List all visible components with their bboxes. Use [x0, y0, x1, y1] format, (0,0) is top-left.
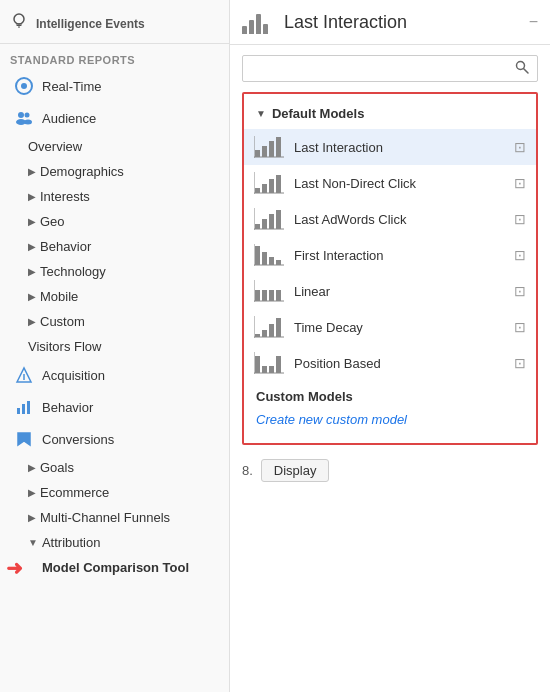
sidebar-item-audience[interactable]: Audience: [0, 102, 229, 134]
sidebar-item-audience-label: Audience: [42, 111, 96, 126]
model-item-last-non-direct[interactable]: Last Non-Direct Click ⊡: [244, 165, 536, 201]
svg-rect-8: [22, 404, 25, 414]
svg-rect-19: [255, 188, 260, 193]
svg-rect-25: [255, 224, 260, 229]
svg-rect-33: [269, 257, 274, 265]
sidebar-item-custom-sub-label: Custom: [40, 314, 85, 329]
last-adwords-name: Last AdWords Click: [294, 212, 504, 227]
svg-marker-10: [18, 433, 30, 445]
last-interaction-name: Last Interaction: [294, 140, 504, 155]
behavior-icon: [14, 397, 34, 417]
model-item-last-interaction[interactable]: Last Interaction ⊡: [244, 129, 536, 165]
sidebar-item-model-comparison[interactable]: Model Comparison Tool ➜: [0, 555, 229, 580]
svg-rect-46: [276, 318, 281, 337]
sidebar-item-technology[interactable]: ▶ Technology: [0, 259, 229, 284]
sidebar-item-geo[interactable]: ▶ Geo: [0, 209, 229, 234]
sidebar-header: Intelligence Events: [0, 4, 229, 44]
svg-point-2: [25, 113, 30, 118]
sidebar-item-attribution-label: Attribution: [42, 535, 101, 550]
svg-rect-32: [262, 252, 267, 265]
custom-models-title: Custom Models: [244, 381, 536, 408]
svg-rect-26: [262, 219, 267, 229]
svg-rect-50: [262, 366, 267, 373]
model-item-last-adwords[interactable]: Last AdWords Click ⊡: [244, 201, 536, 237]
svg-rect-45: [269, 324, 274, 337]
sidebar-item-goals[interactable]: ▶ Goals: [0, 455, 229, 480]
sidebar-item-visitors-flow[interactable]: Visitors Flow: [0, 334, 229, 359]
linear-action[interactable]: ⊡: [514, 283, 526, 299]
sidebar-item-overview-label: Overview: [28, 139, 82, 154]
display-row: 8. Display: [230, 449, 550, 492]
mobile-arrow: ▶: [28, 291, 36, 302]
svg-rect-14: [262, 146, 267, 157]
display-number: 8.: [242, 463, 253, 478]
sidebar-item-acquisition[interactable]: Acquisition: [0, 359, 229, 391]
svg-rect-44: [262, 330, 267, 337]
svg-point-1: [18, 112, 24, 118]
svg-rect-39: [269, 290, 274, 301]
audience-icon: [14, 108, 34, 128]
close-button[interactable]: −: [529, 13, 538, 31]
svg-rect-38: [262, 290, 267, 301]
sidebar-item-demographics[interactable]: ▶ Demographics: [0, 159, 229, 184]
position-based-icon: [254, 352, 284, 374]
time-decay-action[interactable]: ⊡: [514, 319, 526, 335]
first-interaction-action[interactable]: ⊡: [514, 247, 526, 263]
sidebar-item-behavior-sub[interactable]: ▶ Behavior: [0, 234, 229, 259]
sidebar-item-multi-channel-label: Multi-Channel Funnels: [40, 510, 170, 525]
default-models-label: Default Models: [272, 106, 364, 121]
sidebar-item-overview[interactable]: Overview: [0, 134, 229, 159]
search-input[interactable]: [251, 61, 509, 76]
acquisition-icon: [14, 365, 34, 385]
svg-rect-52: [276, 356, 281, 373]
svg-rect-31: [255, 246, 260, 265]
interests-arrow: ▶: [28, 191, 36, 202]
sidebar-item-realtime[interactable]: Real-Time: [0, 70, 229, 102]
sidebar-item-mobile[interactable]: ▶ Mobile: [0, 284, 229, 309]
svg-rect-16: [276, 137, 281, 157]
sidebar-item-acquisition-label: Acquisition: [42, 368, 105, 383]
create-custom-model-link[interactable]: Create new custom model: [244, 408, 536, 435]
sidebar-item-ecommerce[interactable]: ▶ Ecommerce: [0, 480, 229, 505]
multi-channel-arrow: ▶: [28, 512, 36, 523]
linear-name: Linear: [294, 284, 504, 299]
sidebar-item-attribution[interactable]: ▼ Attribution: [0, 530, 229, 555]
svg-rect-22: [276, 175, 281, 193]
realtime-icon: [14, 76, 34, 96]
svg-point-0: [14, 14, 24, 24]
position-based-name: Position Based: [294, 356, 504, 371]
model-item-time-decay[interactable]: Time Decay ⊡: [244, 309, 536, 345]
model-item-position-based[interactable]: Position Based ⊡: [244, 345, 536, 381]
last-non-direct-action[interactable]: ⊡: [514, 175, 526, 191]
sidebar-header-title: Intelligence Events: [36, 17, 145, 31]
custom-sub-arrow: ▶: [28, 316, 36, 327]
svg-rect-7: [17, 408, 20, 414]
sidebar-item-interests[interactable]: ▶ Interests: [0, 184, 229, 209]
sidebar-item-interests-label: Interests: [40, 189, 90, 204]
sidebar-item-behavior[interactable]: Behavior: [0, 391, 229, 423]
sidebar-item-technology-label: Technology: [40, 264, 106, 279]
sidebar-item-conversions[interactable]: Conversions: [0, 423, 229, 455]
time-decay-icon: [254, 316, 284, 338]
sidebar-item-multi-channel[interactable]: ▶ Multi-Channel Funnels: [0, 505, 229, 530]
svg-rect-20: [262, 184, 267, 193]
default-models-caret: ▼: [256, 108, 266, 119]
model-item-linear[interactable]: Linear ⊡: [244, 273, 536, 309]
svg-rect-37: [255, 290, 260, 301]
model-item-first-interaction[interactable]: First Interaction ⊡: [244, 237, 536, 273]
main-header-title: Last Interaction: [284, 12, 519, 33]
svg-rect-51: [269, 366, 274, 373]
svg-rect-9: [27, 401, 30, 414]
intelligence-icon: [10, 12, 28, 35]
geo-arrow: ▶: [28, 216, 36, 227]
position-based-action[interactable]: ⊡: [514, 355, 526, 371]
sidebar: Intelligence Events STANDARD REPORTS Rea…: [0, 0, 230, 692]
sidebar-item-conversions-label: Conversions: [42, 432, 114, 447]
behavior-sub-arrow: ▶: [28, 241, 36, 252]
standard-reports-label: STANDARD REPORTS: [0, 44, 229, 70]
header-chart-icon: [242, 10, 274, 34]
display-button[interactable]: Display: [261, 459, 330, 482]
last-interaction-action[interactable]: ⊡: [514, 139, 526, 155]
sidebar-item-custom-sub[interactable]: ▶ Custom: [0, 309, 229, 334]
last-adwords-action[interactable]: ⊡: [514, 211, 526, 227]
